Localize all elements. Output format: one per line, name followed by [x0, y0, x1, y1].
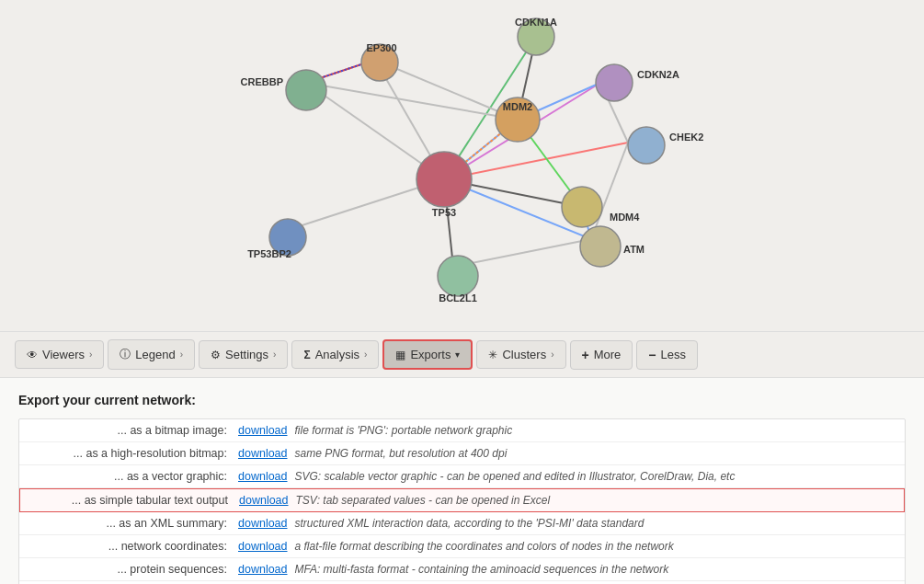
- export-download-tabular[interactable]: download: [239, 494, 289, 507]
- svg-text:MDM2: MDM2: [502, 101, 531, 112]
- legend-button[interactable]: Legend ›: [108, 339, 195, 370]
- svg-text:TP53BP2: TP53BP2: [247, 248, 291, 259]
- svg-text:CDKN1A: CDKN1A: [515, 17, 557, 28]
- settings-button[interactable]: Settings ›: [199, 340, 288, 369]
- export-download-coords[interactable]: download: [238, 540, 288, 553]
- viewers-label: Viewers: [42, 348, 85, 361]
- toolbar: Viewers › Legend › Settings › Analysis ›…: [0, 331, 924, 378]
- export-row-protein-seq: ... protein sequences: download MFA: mul…: [19, 558, 905, 581]
- svg-text:CHEK2: CHEK2: [669, 132, 703, 143]
- legend-chevron: ›: [180, 349, 183, 360]
- legend-label: Legend: [135, 348, 175, 361]
- export-row-tabular: ... as simple tabular text output downlo…: [19, 488, 905, 512]
- analysis-button[interactable]: Analysis ›: [291, 340, 379, 369]
- export-panel-title: Export your current network:: [18, 393, 906, 407]
- network-visualization: TP53 MDM2 MDM4 CDKN1A CDKN2A CHEK2 ATM B…: [0, 0, 924, 331]
- export-label-hires: ... as a high-resolution bitmap:: [29, 447, 231, 460]
- export-download-hires[interactable]: download: [238, 447, 288, 460]
- viewers-chevron: ›: [89, 349, 92, 360]
- export-download-bitmap[interactable]: download: [238, 424, 288, 437]
- export-download-vector[interactable]: download: [238, 470, 288, 483]
- export-desc-tabular: TSV: tab separated values - can be opene…: [296, 494, 551, 507]
- export-desc-coords: a flat-file format describing the coordi…: [295, 540, 674, 553]
- export-label-bitmap: ... as a bitmap image:: [29, 424, 231, 437]
- export-label-vector: ... as a vector graphic:: [29, 470, 231, 483]
- cluster-icon: [488, 348, 497, 361]
- export-label-tabular: ... as simple tabular text output: [29, 494, 232, 507]
- export-label-coords: ... network coordinates:: [29, 540, 231, 553]
- export-row-xml: ... as an XML summary: download structur…: [19, 512, 905, 535]
- analysis-label: Analysis: [315, 348, 359, 361]
- svg-text:BCL2L1: BCL2L1: [439, 292, 477, 303]
- exports-label: Exports: [410, 348, 451, 361]
- svg-point-30: [596, 64, 633, 101]
- exports-button[interactable]: Exports ▾: [382, 339, 473, 370]
- export-download-protein-seq[interactable]: download: [238, 563, 288, 576]
- sigma-icon: [303, 348, 310, 361]
- less-label: Less: [661, 348, 686, 361]
- exports-dropdown-icon: ▾: [455, 349, 460, 360]
- more-label: More: [594, 348, 622, 361]
- less-button[interactable]: Less: [636, 340, 698, 370]
- eye-icon: [27, 348, 38, 361]
- export-desc-hires: same PNG format, but resolution at 400 d…: [295, 447, 508, 460]
- export-row-coords: ... network coordinates: download a flat…: [19, 535, 905, 558]
- clusters-button[interactable]: Clusters ›: [476, 340, 565, 369]
- analysis-chevron: ›: [364, 349, 367, 360]
- svg-text:EP300: EP300: [366, 42, 396, 53]
- clusters-label: Clusters: [502, 348, 546, 361]
- export-row-bitmap: ... as a bitmap image: download file for…: [19, 419, 905, 442]
- export-label-xml: ... as an XML summary:: [29, 517, 231, 530]
- svg-point-34: [580, 226, 621, 267]
- svg-line-18: [591, 143, 628, 239]
- svg-point-38: [286, 70, 326, 110]
- export-panel: Export your current network: ... as a bi…: [0, 378, 924, 584]
- export-desc-vector: SVG: scalable vector graphic - can be op…: [295, 470, 736, 483]
- svg-point-26: [562, 187, 602, 227]
- export-row-vector: ... as a vector graphic: download SVG: s…: [19, 465, 905, 488]
- export-table: ... as a bitmap image: download file for…: [18, 418, 906, 584]
- viewers-button[interactable]: Viewers ›: [15, 340, 104, 369]
- export-desc-protein-seq: MFA: multi-fasta format - containing the…: [295, 563, 669, 576]
- svg-point-32: [628, 127, 665, 164]
- minus-icon: [648, 348, 656, 362]
- svg-point-36: [438, 256, 478, 296]
- plus-icon: [582, 348, 589, 362]
- export-download-xml[interactable]: download: [238, 517, 288, 530]
- more-button[interactable]: More: [570, 340, 633, 370]
- svg-text:MDM4: MDM4: [610, 212, 640, 223]
- clusters-chevron: ›: [551, 349, 553, 360]
- network-svg: TP53 MDM2 MDM4 CDKN1A CDKN2A CHEK2 ATM B…: [233, 9, 692, 322]
- svg-text:TP53: TP53: [431, 207, 455, 218]
- table-icon: [395, 348, 405, 361]
- export-desc-bitmap: file format is 'PNG': portable network g…: [295, 424, 513, 437]
- gear-icon: [211, 348, 221, 361]
- svg-point-22: [416, 152, 472, 207]
- export-desc-xml: structured XML interaction data, accordi…: [295, 517, 645, 530]
- settings-label: Settings: [225, 348, 268, 361]
- info-icon: [120, 347, 131, 362]
- svg-line-14: [306, 83, 518, 120]
- svg-text:ATM: ATM: [623, 244, 645, 255]
- svg-text:CREBBP: CREBBP: [240, 76, 282, 87]
- svg-text:CDKN2A: CDKN2A: [637, 69, 679, 80]
- export-row-hires: ... as a high-resolution bitmap: downloa…: [19, 442, 905, 465]
- export-label-protein-seq: ... protein sequences:: [29, 563, 231, 576]
- settings-chevron: ›: [273, 349, 276, 360]
